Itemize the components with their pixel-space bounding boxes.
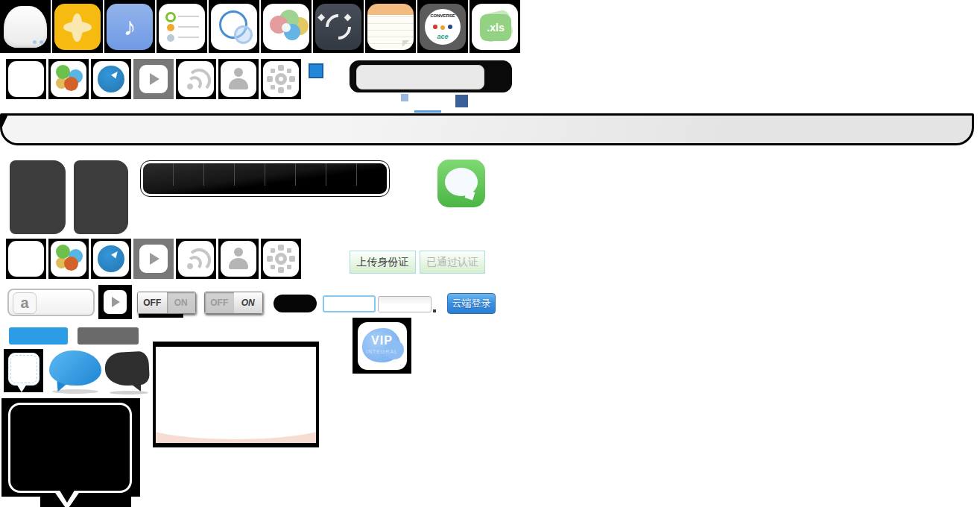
wide-toolbar-bar bbox=[0, 113, 974, 145]
dark-card bbox=[74, 160, 128, 234]
white-bag-icon[interactable] bbox=[4, 6, 47, 48]
bar-segment bbox=[204, 163, 235, 186]
pink-curve-overlay bbox=[156, 405, 316, 439]
small-tile bbox=[218, 59, 259, 99]
small-tile bbox=[91, 59, 131, 99]
reminders-list-icon[interactable] bbox=[159, 4, 205, 50]
rss-icon[interactable] bbox=[178, 241, 214, 277]
green-message-icon[interactable] bbox=[437, 160, 485, 207]
clock-icon[interactable] bbox=[93, 241, 129, 277]
play-button[interactable] bbox=[104, 290, 127, 314]
toggle-on-label[interactable]: ON bbox=[234, 292, 263, 313]
small-tile bbox=[48, 59, 89, 99]
upload-id-button[interactable]: 上传身份证 bbox=[350, 251, 416, 274]
search-glyph-icon: a bbox=[13, 292, 37, 314]
app-tile bbox=[209, 0, 259, 53]
brand-bottom-text: ace bbox=[420, 33, 466, 40]
excel-export-icon[interactable]: .xls bbox=[472, 4, 518, 50]
small-icon-row-top bbox=[6, 59, 301, 99]
black-speech-bubble bbox=[104, 350, 150, 386]
app-tile: CONVERSE ace bbox=[417, 0, 468, 53]
verified-button[interactable]: 已通过认证 bbox=[420, 251, 485, 274]
blue-button-blank[interactable] bbox=[9, 327, 68, 345]
sync-refresh-icon[interactable] bbox=[315, 4, 361, 50]
small-tile bbox=[6, 59, 46, 99]
contact-person-icon[interactable] bbox=[221, 241, 256, 277]
bar-segment bbox=[357, 163, 387, 186]
vip-badge-tile: VIP INTEGRAL bbox=[353, 318, 411, 374]
white-bubble-tail bbox=[16, 384, 27, 392]
toggle-on-label[interactable]: ON bbox=[167, 292, 196, 313]
contact-person-icon[interactable] bbox=[221, 61, 256, 97]
blank-tile-icon[interactable] bbox=[8, 61, 44, 97]
chat-bubbles-icon[interactable] bbox=[263, 4, 309, 50]
outlined-bubble-matte bbox=[1, 398, 140, 497]
settings-gear-icon[interactable] bbox=[263, 61, 299, 97]
small-tile-gray bbox=[133, 239, 174, 279]
black-search-bar[interactable] bbox=[350, 60, 512, 92]
dark-card bbox=[10, 160, 66, 234]
play-icon[interactable] bbox=[139, 245, 168, 273]
small-tile bbox=[6, 239, 46, 279]
clock-icon[interactable] bbox=[93, 61, 129, 97]
play-icon[interactable] bbox=[139, 65, 168, 93]
flower-photos-icon[interactable] bbox=[54, 4, 101, 50]
outlined-speech-bubble bbox=[8, 403, 132, 493]
toggle-off-label[interactable]: OFF bbox=[138, 292, 167, 313]
sprite-fragment-blueline bbox=[414, 110, 441, 113]
vip-badge[interactable]: VIP INTEGRAL bbox=[358, 322, 407, 370]
bar-segment bbox=[143, 163, 174, 186]
app-tile bbox=[52, 0, 103, 53]
white-panel bbox=[156, 347, 316, 443]
rss-icon[interactable] bbox=[178, 61, 214, 97]
small-tile bbox=[48, 239, 89, 279]
text-input[interactable] bbox=[378, 296, 431, 312]
small-tile bbox=[176, 59, 216, 99]
gray-button-blank[interactable] bbox=[78, 327, 139, 345]
toggle-shadow-fragment bbox=[139, 314, 183, 318]
app-icon-row: ♪ CONVERSE ace .xls bbox=[0, 0, 520, 53]
toggle-off-label[interactable]: OFF bbox=[205, 292, 234, 313]
black-bubble-shadow bbox=[110, 391, 148, 394]
sprite-sheet-canvas: ♪ CONVERSE ace .xls bbox=[0, 0, 980, 522]
small-icon-row-bottom bbox=[6, 239, 301, 279]
sprite-fragment-lightblue bbox=[401, 94, 408, 101]
search-input[interactable]: a bbox=[7, 289, 95, 316]
bar-segment bbox=[296, 163, 326, 186]
toggle-switch-on[interactable]: OFF ON bbox=[204, 292, 263, 314]
white-speech-bubble bbox=[8, 353, 39, 386]
notes-pad-icon[interactable] bbox=[367, 4, 414, 50]
blue-speech-bubble bbox=[49, 350, 101, 386]
blue-rings-icon[interactable] bbox=[211, 4, 257, 50]
toggle-switch-off[interactable]: OFF ON bbox=[137, 292, 196, 314]
bar-segment bbox=[174, 163, 204, 186]
play-button-tile bbox=[98, 285, 132, 319]
app-tile bbox=[0, 0, 51, 53]
white-bubble-tile bbox=[4, 349, 43, 392]
search-field[interactable] bbox=[356, 65, 484, 89]
outlined-bubble-tail-fill bbox=[59, 489, 75, 503]
text-input-focused[interactable] bbox=[323, 295, 376, 312]
cloud-login-button[interactable]: 云端登录 bbox=[447, 293, 496, 314]
app-tile bbox=[365, 0, 416, 53]
blue-square-swatch bbox=[309, 63, 323, 78]
game-circles-icon[interactable] bbox=[51, 241, 86, 277]
game-circles-icon[interactable] bbox=[51, 61, 86, 97]
app-tile bbox=[157, 0, 207, 53]
black-pill bbox=[274, 295, 317, 312]
vip-title: VIP bbox=[358, 334, 407, 348]
music-note-icon[interactable]: ♪ bbox=[107, 4, 153, 50]
resize-dot bbox=[433, 309, 436, 312]
blank-tile-icon[interactable] bbox=[8, 241, 44, 277]
settings-gear-icon[interactable] bbox=[263, 241, 299, 277]
brand-collage-icon[interactable]: CONVERSE ace bbox=[420, 4, 466, 50]
app-tile bbox=[261, 0, 312, 53]
vip-subtitle: INTEGRAL bbox=[358, 349, 407, 354]
brand-top-text: CONVERSE bbox=[420, 13, 466, 18]
small-tile bbox=[91, 239, 131, 279]
small-tile bbox=[261, 59, 301, 99]
small-tile bbox=[218, 239, 259, 279]
brand-color-dots bbox=[433, 25, 437, 29]
segmented-black-bar bbox=[141, 161, 389, 196]
small-tile bbox=[176, 239, 216, 279]
